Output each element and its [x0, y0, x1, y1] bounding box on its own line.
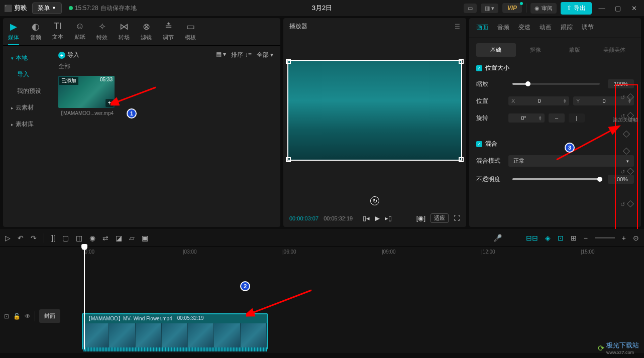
video-clip[interactable]: 【MAMAMOO】MV- Wind Flower.mp4 00:05:32:19 [82, 313, 268, 349]
tab-media[interactable]: ▶媒体 [8, 21, 19, 45]
tab-effect[interactable]: ✧特效 [96, 21, 108, 45]
tab-label: 转场 [119, 34, 130, 41]
flip-h-button[interactable]: – [549, 113, 565, 123]
refresh-icon[interactable]: ↻ [370, 196, 379, 205]
added-badge: 已添加 [59, 77, 78, 85]
player-menu-icon[interactable]: ☰ [455, 23, 460, 30]
ptab-anim[interactable]: 动画 [540, 23, 552, 34]
maximize-button[interactable]: ▢ [612, 5, 624, 12]
menu-button[interactable]: 菜单 ▼ [32, 3, 62, 14]
subtab-mask[interactable]: 蒙版 [555, 43, 595, 57]
zoom-slider[interactable] [595, 237, 615, 238]
section-blend[interactable]: ✓ 混合 [476, 140, 634, 148]
ptab-audio[interactable]: 音频 [497, 23, 509, 34]
speed-tool[interactable]: ◉ [89, 234, 95, 242]
scale-slider[interactable] [512, 83, 600, 85]
visibility-button[interactable]: 👁 [25, 313, 31, 320]
tab-label: 调节 [163, 34, 174, 41]
checkbox-icon[interactable]: ✓ [476, 141, 482, 147]
minimize-button[interactable]: — [596, 5, 608, 12]
snapshot-button[interactable]: [◉] [416, 214, 425, 222]
section-position-size[interactable]: ✓ 位置大小 [476, 64, 634, 72]
reset-icon[interactable]: ↺ [620, 201, 625, 208]
ptab-picture[interactable]: 画面 [476, 23, 488, 34]
sidebar-presets[interactable]: 我的预设 [3, 83, 51, 99]
mirror-tool[interactable]: ◪ [116, 234, 122, 242]
sidebar-library[interactable]: ▸素材库 [3, 116, 51, 133]
add-to-timeline-icon[interactable]: + [105, 99, 114, 107]
sidebar-cloud[interactable]: ▸云素材 [3, 99, 51, 116]
document-title[interactable]: 3月2日 [312, 4, 332, 13]
sidebar-import[interactable]: 导入 [3, 66, 51, 83]
keyframe-icon[interactable] [626, 200, 633, 207]
position-x-input[interactable]: X0▴▾ [508, 96, 569, 105]
filter-all-button[interactable]: 全部 ▾ [257, 51, 273, 59]
tab-filter[interactable]: ⊗滤镜 [141, 21, 152, 45]
subtab-cutout[interactable]: 抠像 [516, 43, 556, 57]
split-tool[interactable]: ][ [51, 234, 55, 242]
layout-btn-1[interactable]: ▭ [464, 4, 477, 13]
track-button[interactable]: ⊞ [571, 234, 577, 242]
fit-button[interactable]: 适应 [431, 213, 449, 223]
link-button[interactable]: ◈ [545, 234, 551, 242]
magnet-button[interactable]: ⊟⊟ [526, 234, 538, 242]
toggle-button[interactable]: ⊡ [4, 313, 9, 320]
review-button[interactable]: ◉ 审阅 [530, 3, 557, 14]
vip-button[interactable]: VIP [502, 3, 522, 13]
fit-timeline-button[interactable]: ⊙ [633, 234, 639, 242]
rotate-tool[interactable]: ▱ [129, 234, 135, 242]
tab-text[interactable]: TI文本 [52, 21, 63, 45]
reverse-tool[interactable]: ⇄ [102, 234, 109, 242]
view-mode-button[interactable]: ▦ ▾ [216, 51, 226, 59]
sidebar-local[interactable]: ▾本地 [3, 50, 51, 66]
preview-button[interactable]: ⊡ [558, 234, 564, 242]
rotate-input[interactable]: 0°▴▾ [508, 113, 545, 123]
plus-icon: + [58, 52, 65, 59]
video-preview[interactable] [287, 60, 462, 161]
media-thumbnail[interactable]: 已添加 05:33 + 【MAMAMOO...wer.mp4 [58, 76, 115, 117]
undo-button[interactable]: ↶ [18, 234, 24, 242]
redo-button[interactable]: ↷ [31, 234, 37, 242]
keyframe-icon[interactable] [626, 168, 633, 175]
keyframe-icon[interactable] [626, 93, 633, 100]
lock-button[interactable]: 🔓 [13, 313, 21, 320]
select-tool[interactable]: ▷ [5, 234, 11, 242]
zoom-in-button[interactable]: + [622, 234, 626, 242]
ptab-speed[interactable]: 变速 [518, 23, 530, 34]
tab-adjust[interactable]: ≛调节 [163, 21, 174, 45]
tab-transition[interactable]: ⋈转场 [119, 21, 130, 45]
export-button[interactable]: ⇧ 导出 [561, 2, 592, 15]
zoom-out-button[interactable]: − [584, 234, 588, 242]
playhead[interactable] [84, 247, 85, 349]
tab-audio[interactable]: ◐音频 [30, 21, 41, 45]
position-label: 位置 [476, 97, 504, 105]
play-button[interactable]: ▶ [375, 214, 380, 222]
tab-template[interactable]: ▭模板 [185, 21, 196, 45]
prev-frame-button[interactable]: ▯◂ [363, 214, 370, 222]
keyframe-icon[interactable] [623, 148, 630, 155]
reset-icon[interactable]: ↺ [620, 94, 625, 101]
ptab-track[interactable]: 跟踪 [561, 23, 573, 34]
ptab-adjust[interactable]: 调节 [582, 23, 594, 34]
layout-btn-2[interactable]: ▥ ▾ [481, 4, 498, 13]
tab-sticker[interactable]: ☺贴纸 [74, 21, 85, 45]
opacity-slider[interactable] [512, 178, 600, 180]
snapshot-tool[interactable]: ▣ [142, 234, 148, 242]
flip-v-button[interactable]: | [569, 113, 585, 123]
annotation-badge-1: 1 [127, 108, 137, 118]
next-frame-button[interactable]: ▸▯ [385, 214, 392, 222]
import-button[interactable]: + 导入 [58, 51, 79, 59]
mic-button[interactable]: 🎤 [493, 234, 502, 242]
crop-tool[interactable]: ◫ [76, 234, 82, 242]
reset-icon[interactable]: ↺ [620, 169, 625, 175]
timeline-ruler[interactable]: |0:00 |03:00 |06:00 |09:00 |12:00 |15:00 [80, 247, 644, 259]
subtab-basic[interactable]: 基础 [476, 43, 516, 57]
keyframe-icon[interactable] [623, 131, 630, 138]
close-button[interactable]: ✕ [628, 5, 640, 12]
subtab-beauty[interactable]: 美颜美体 [595, 43, 634, 57]
delete-tool[interactable]: ▢ [62, 234, 69, 242]
checkbox-icon[interactable]: ✓ [476, 65, 482, 71]
sort-button[interactable]: 排序 ↓≡ [231, 51, 251, 59]
fullscreen-button[interactable]: ⛶ [454, 214, 460, 222]
cover-button[interactable]: 封面 [39, 309, 60, 323]
